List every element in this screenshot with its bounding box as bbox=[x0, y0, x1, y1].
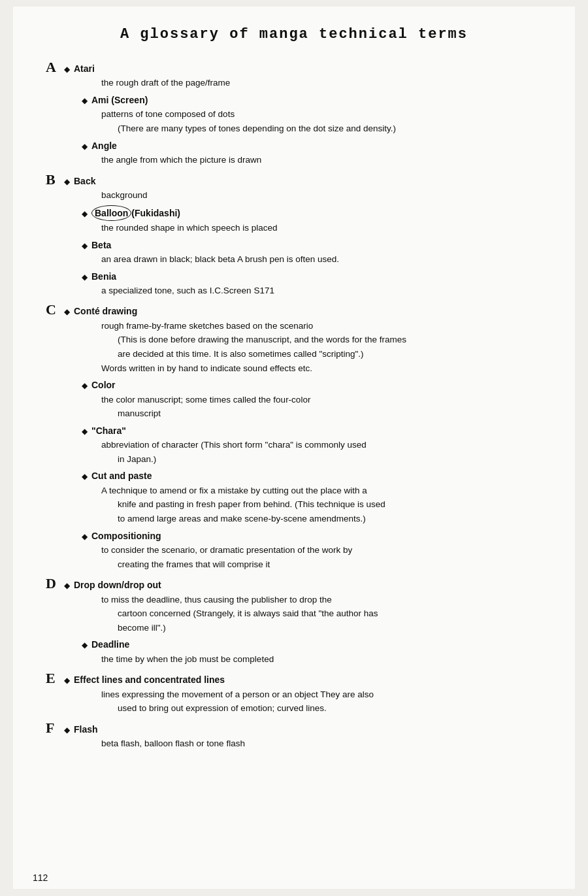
def-comp-1: to consider the scenario, or dramatic pr… bbox=[101, 543, 542, 557]
term-comp: Compositioning bbox=[91, 529, 161, 543]
entry-beta: ◆ Beta bbox=[82, 238, 542, 252]
note-conte-1: (This is done before drawing the manuscr… bbox=[118, 333, 542, 347]
def-color-2: manuscript bbox=[118, 407, 542, 421]
entry-dropdown: D ◆ Drop down/drop out bbox=[46, 575, 542, 592]
section-e: E ◆ Effect lines and concentrated lines … bbox=[46, 670, 542, 716]
def-cutpaste-1: A technique to amend or fix a mistake by… bbox=[101, 484, 542, 498]
letter-f: F bbox=[46, 720, 64, 737]
balloon-circled: Balloon bbox=[91, 205, 131, 221]
def-cutpaste-3: to amend large areas and make scene-by-s… bbox=[118, 512, 542, 526]
def-conte: rough frame-by-frame sketches based on t… bbox=[101, 319, 542, 333]
term-conte: Conté drawing bbox=[74, 304, 137, 318]
diamond-icon: ◆ bbox=[64, 580, 70, 592]
def-cutpaste-2: knife and pasting in fresh paper from be… bbox=[118, 497, 542, 512]
term-atari: Atari bbox=[74, 61, 95, 76]
section-a: A ◆ Atari the rough draft of the page/fr… bbox=[46, 59, 542, 167]
diamond-icon: ◆ bbox=[82, 208, 88, 220]
glossary-content: A ◆ Atari the rough draft of the page/fr… bbox=[46, 59, 542, 751]
note-ami: (There are many types of tones depending… bbox=[118, 122, 542, 136]
note-conte-2: are decided at this time. It is also som… bbox=[118, 347, 542, 361]
term-cutpaste: Cut and paste bbox=[91, 469, 152, 483]
term-flash: Flash bbox=[74, 722, 98, 737]
section-c: C ◆ Conté drawing rough frame-by-frame s… bbox=[46, 301, 542, 571]
entry-comp: ◆ Compositioning bbox=[82, 529, 542, 543]
term-dropdown: Drop down/drop out bbox=[74, 578, 161, 592]
note-conte-3: Words written in by hand to indicate sou… bbox=[101, 361, 542, 376]
def-atari: the rough draft of the page/frame bbox=[101, 76, 542, 90]
section-d: D ◆ Drop down/drop out to miss the deadl… bbox=[46, 575, 542, 666]
term-benia: Benia bbox=[91, 269, 116, 284]
term-back: Back bbox=[74, 174, 95, 188]
term-ami: Ami (Screen) bbox=[91, 93, 148, 107]
letter-e: E bbox=[46, 670, 64, 687]
entry-back: B ◆ Back bbox=[46, 171, 542, 188]
entry-ami: ◆ Ami (Screen) bbox=[82, 93, 542, 107]
entry-atari: A ◆ Atari bbox=[46, 59, 542, 76]
entry-angle: ◆ Angle bbox=[82, 139, 542, 153]
entry-cutpaste: ◆ Cut and paste bbox=[82, 469, 542, 483]
entry-benia: ◆ Benia bbox=[82, 269, 542, 284]
term-effect: Effect lines and concentrated lines bbox=[74, 672, 225, 687]
def-back: background bbox=[101, 188, 542, 203]
diamond-icon: ◆ bbox=[64, 674, 70, 687]
term-balloon: Balloon(Fukidashi) bbox=[91, 205, 180, 221]
def-effect-2: used to bring out expression of emotion;… bbox=[118, 701, 542, 716]
def-angle: the angle from which the picture is draw… bbox=[101, 153, 542, 167]
entry-flash: F ◆ Flash bbox=[46, 720, 542, 737]
def-chara-2: in Japan.) bbox=[118, 452, 542, 467]
letter-b: B bbox=[46, 171, 64, 188]
diamond-icon: ◆ bbox=[82, 271, 88, 284]
letter-c: C bbox=[46, 301, 64, 318]
diamond-icon: ◆ bbox=[82, 380, 88, 392]
page-number: 112 bbox=[33, 872, 48, 883]
def-benia: a specialized tone, such as I.C.Screen S… bbox=[101, 284, 542, 298]
entry-deadline: ◆ Deadline bbox=[82, 637, 542, 652]
entry-balloon: ◆ Balloon(Fukidashi) bbox=[82, 205, 542, 221]
entry-chara: ◆ "Chara" bbox=[82, 423, 542, 438]
def-effect-1: lines expressing the movement of a perso… bbox=[101, 688, 542, 702]
diamond-icon: ◆ bbox=[82, 531, 88, 543]
diamond-icon: ◆ bbox=[82, 95, 88, 107]
diamond-icon: ◆ bbox=[82, 240, 88, 252]
def-color: the color manuscript; some times called … bbox=[101, 393, 542, 407]
term-chara: "Chara" bbox=[91, 423, 126, 438]
entry-effect: E ◆ Effect lines and concentrated lines bbox=[46, 670, 542, 687]
diamond-icon: ◆ bbox=[64, 63, 70, 76]
def-beta: an area drawn in black; black beta A bru… bbox=[101, 252, 542, 267]
diamond-icon: ◆ bbox=[82, 425, 88, 438]
letter-a: A bbox=[46, 59, 64, 76]
def-dropdown-1: to miss the deadline, thus causing the p… bbox=[101, 593, 542, 607]
def-dropdown-2: cartoon concerned (Strangely, it is alwa… bbox=[118, 606, 542, 621]
term-angle: Angle bbox=[91, 139, 117, 153]
diamond-icon: ◆ bbox=[82, 639, 88, 652]
diamond-icon: ◆ bbox=[82, 471, 88, 483]
entry-color: ◆ Color bbox=[82, 378, 542, 392]
diamond-icon: ◆ bbox=[64, 724, 70, 737]
section-f: F ◆ Flash beta flash, balloon flash or t… bbox=[46, 720, 542, 751]
term-color: Color bbox=[91, 378, 116, 392]
term-beta: Beta bbox=[91, 238, 111, 252]
def-flash: beta flash, balloon flash or tone flash bbox=[101, 737, 542, 751]
term-deadline: Deadline bbox=[91, 637, 129, 652]
page-title: A glossary of manga technical terms bbox=[46, 26, 542, 42]
diamond-icon: ◆ bbox=[64, 306, 70, 318]
def-dropdown-3: become ill".) bbox=[118, 621, 542, 635]
diamond-icon: ◆ bbox=[64, 176, 70, 188]
diamond-icon: ◆ bbox=[82, 141, 88, 153]
entry-conte: C ◆ Conté drawing bbox=[46, 301, 542, 318]
def-balloon: the rounded shape in which speech is pla… bbox=[101, 221, 542, 235]
def-deadline: the time by when the job must be complet… bbox=[101, 652, 542, 667]
section-b: B ◆ Back background ◆ Balloon(Fukidashi)… bbox=[46, 171, 542, 298]
def-comp-2: creating the frames that will comprise i… bbox=[118, 557, 542, 572]
def-ami: patterns of tone composed of dots bbox=[101, 107, 542, 122]
def-chara: abbreviation of character (This short fo… bbox=[101, 438, 542, 452]
letter-d: D bbox=[46, 575, 64, 592]
